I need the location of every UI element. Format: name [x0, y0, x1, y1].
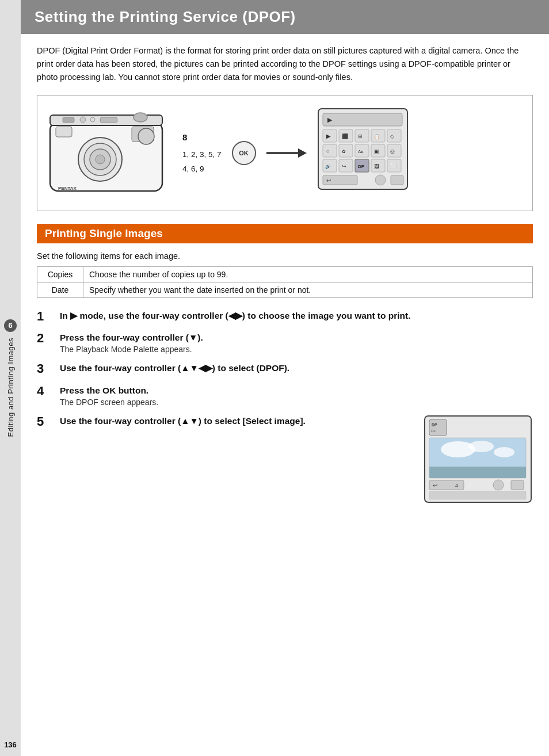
svg-rect-18 — [323, 113, 402, 126]
step-5-title: Use the four-way controller (▲▼) to sele… — [60, 415, 414, 427]
svg-text:DP: DP — [358, 164, 365, 169]
svg-text:⬛: ⬛ — [342, 133, 349, 140]
intro-paragraph: DPOF (Digital Print Order Format) is the… — [37, 44, 533, 85]
step-3-number: 3 — [37, 362, 54, 376]
step-3-title: Use the four-way controller (▲▼◀▶) to se… — [60, 362, 533, 375]
step-4-number: 4 — [37, 384, 54, 398]
section-title: Printing Single Images — [45, 227, 525, 240]
label-8: 8 — [182, 132, 222, 142]
svg-marker-16 — [298, 148, 307, 158]
svg-text:▶: ▶ — [326, 133, 331, 139]
svg-text:◇: ◇ — [390, 133, 394, 139]
step-2: 2 Press the four-way controller (▼). The… — [37, 331, 533, 354]
step-1-content: In ▶ mode, use the four-way controller (… — [60, 310, 533, 322]
step-3: 3 Use the four-way controller (▲▼◀▶) to … — [37, 362, 533, 376]
svg-text:◎: ◎ — [390, 148, 395, 154]
svg-point-60 — [468, 441, 494, 452]
table-row: Date Specify whether you want the date i… — [37, 282, 533, 297]
table-cell-label-date: Date — [37, 282, 83, 297]
label-1257: 1, 2, 3, 5, 7 — [182, 150, 222, 159]
sidebar: 6 Editing and Printing Images 136 — [0, 0, 21, 756]
svg-text:○: ○ — [326, 148, 329, 154]
screen-diagram: ▶ ▶ ⬛ ⊞ 📋 ◇ ○ ✿ — [317, 108, 409, 198]
svg-text:🖼: 🖼 — [374, 163, 379, 169]
table-cell-label-copies: Copies — [37, 266, 83, 282]
svg-point-14 — [138, 128, 154, 144]
step-5-number: 5 — [37, 415, 54, 429]
step-5: 5 Use the four-way controller (▲▼) to se… — [37, 415, 533, 509]
step-1: 1 In ▶ mode, use the four-way controller… — [37, 310, 533, 323]
diagram-arrow — [266, 146, 307, 160]
svg-point-8 — [90, 117, 95, 122]
svg-point-66 — [493, 480, 504, 490]
svg-text:▶: ▶ — [327, 116, 333, 123]
svg-text:📋: 📋 — [374, 133, 380, 139]
svg-rect-68 — [429, 491, 526, 499]
step-3-content: Use the four-way controller (▲▼◀▶) to se… — [60, 362, 533, 375]
step-5-text: Use the four-way controller (▲▼) to sele… — [60, 415, 414, 427]
steps-list: 1 In ▶ mode, use the four-way controller… — [37, 310, 533, 509]
diagram-labels: 8 1, 2, 3, 5, 7 4, 6, 9 — [182, 132, 222, 173]
svg-text:DP: DP — [432, 423, 437, 427]
svg-text:PENTAX: PENTAX — [58, 186, 77, 191]
page-number: 136 — [4, 740, 17, 749]
svg-text:↩: ↩ — [433, 482, 437, 488]
svg-point-4 — [96, 155, 105, 164]
svg-rect-67 — [511, 480, 524, 490]
ok-button-diagram: OK — [232, 141, 256, 165]
svg-point-52 — [375, 175, 386, 185]
svg-text:4: 4 — [455, 483, 458, 488]
svg-rect-30 — [323, 144, 337, 157]
chapter-number: 6 — [4, 319, 17, 332]
svg-rect-28 — [387, 129, 401, 142]
step-1-title: In ▶ mode, use the four-way controller (… — [60, 310, 533, 322]
svg-point-7 — [80, 117, 86, 123]
table-cell-desc-copies: Choose the number of copies up to 99. — [83, 266, 533, 282]
svg-text:🔊: 🔊 — [325, 163, 331, 169]
page-header: Setting the Printing Service (DPOF) — [21, 0, 549, 34]
step-5-row: Use the four-way controller (▲▼) to sele… — [60, 415, 533, 509]
svg-point-61 — [494, 447, 514, 457]
svg-text:▣: ▣ — [374, 148, 379, 154]
table-row: Copies Choose the number of copies up to… — [37, 266, 533, 282]
svg-text:Aʀ: Aʀ — [358, 149, 364, 154]
step-2-title: Press the four-way controller (▼). — [60, 331, 533, 344]
svg-text:⬜: ⬜ — [390, 163, 397, 170]
table-cell-desc-date: Specify whether you want the date insert… — [83, 282, 533, 297]
svg-text:↪: ↪ — [342, 163, 346, 169]
camera-diagram: PENTAX — [45, 105, 172, 201]
step-2-number: 2 — [37, 331, 54, 345]
step-4-title: Press the OK button. — [60, 384, 533, 397]
svg-rect-53 — [391, 175, 403, 185]
step-4: 4 Press the OK button. The DPOF screen a… — [37, 384, 533, 407]
step-4-sub: The DPOF screen appears. — [60, 398, 533, 407]
diagram-box: PENTAX 8 1, 2, 3, 5, 7 4, 6, 9 OK — [37, 95, 533, 211]
step-5-content: Use the four-way controller (▲▼) to sele… — [60, 415, 533, 509]
info-table: Copies Choose the number of copies up to… — [37, 266, 533, 298]
sidebar-label: Editing and Printing Images — [6, 338, 15, 437]
step-4-content: Press the OK button. The DPOF screen app… — [60, 384, 533, 407]
svg-point-12 — [134, 113, 147, 122]
step-1-number: 1 — [37, 310, 54, 323]
svg-rect-6 — [63, 117, 74, 123]
main-content: Setting the Printing Service (DPOF) DPOF… — [21, 0, 549, 756]
svg-text:OF: OF — [431, 429, 436, 433]
svg-rect-10 — [56, 127, 72, 137]
svg-text:⊞: ⊞ — [358, 133, 363, 139]
svg-rect-55 — [429, 419, 447, 436]
svg-rect-32 — [339, 144, 353, 157]
svg-text:✿: ✿ — [342, 149, 346, 154]
label-469: 4, 6, 9 — [182, 165, 222, 173]
step-2-content: Press the four-way controller (▼). The P… — [60, 331, 533, 354]
svg-rect-62 — [429, 467, 526, 478]
step-2-sub: The Playback Mode Palette appears. — [60, 345, 533, 354]
svg-text:↩: ↩ — [326, 177, 331, 184]
set-items-text: Set the following items for each image. — [37, 251, 533, 261]
content-area: DPOF (Digital Print Order Format) is the… — [21, 34, 549, 756]
step-5-screen: DP OF — [424, 415, 533, 509]
svg-rect-9 — [100, 117, 117, 123]
section-header: Printing Single Images — [37, 224, 533, 243]
page-title: Setting the Printing Service (DPOF) — [35, 8, 535, 26]
